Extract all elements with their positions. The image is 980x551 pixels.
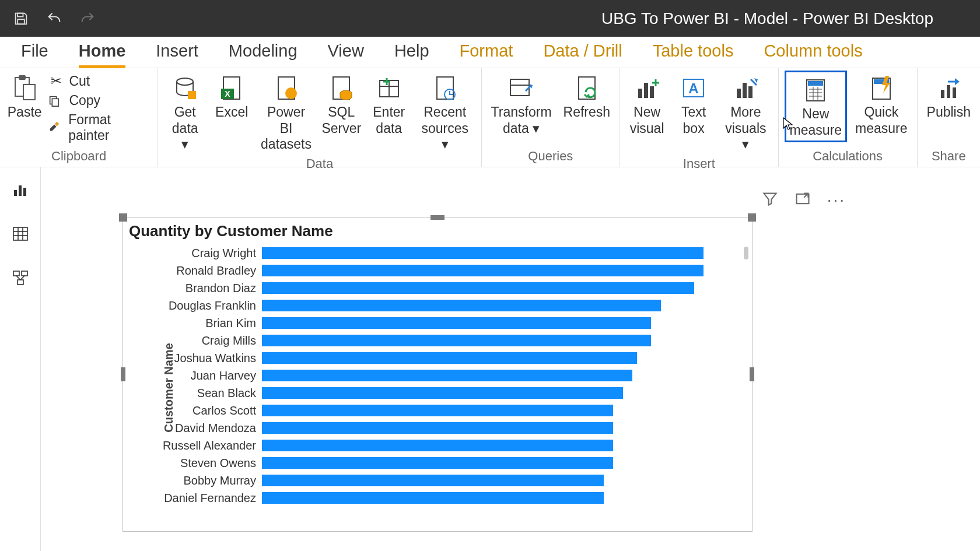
- recent-sources-button[interactable]: Recent sources ▾: [415, 71, 475, 155]
- resize-handle[interactable]: [430, 215, 444, 220]
- more-options-icon[interactable]: ···: [827, 191, 846, 209]
- publish-button[interactable]: Publish: [923, 71, 974, 123]
- tab-table-tools[interactable]: Table tools: [638, 36, 749, 68]
- svg-rect-4: [23, 85, 35, 100]
- svg-line-62: [16, 276, 20, 280]
- group-calculations: New measure Quick measure Calculations: [779, 68, 918, 167]
- tab-help[interactable]: Help: [379, 36, 444, 68]
- focus-mode-icon[interactable]: [794, 191, 811, 209]
- transform-data-button[interactable]: Transform data ▾: [488, 71, 555, 139]
- scissors-icon: ✂: [48, 73, 64, 89]
- tab-modeling[interactable]: Modeling: [214, 36, 313, 68]
- bar[interactable]: [262, 265, 704, 276]
- bar[interactable]: [262, 475, 604, 486]
- quick-measure-button[interactable]: Quick measure: [852, 71, 911, 139]
- visual-title: Quantity by Customer Name: [123, 217, 752, 244]
- copy-button[interactable]: Copy: [48, 93, 152, 108]
- svg-rect-47: [941, 90, 944, 98]
- cut-label: Cut: [69, 73, 90, 89]
- chart-row: Brandon Diaz: [148, 279, 737, 297]
- svg-rect-53: [23, 188, 26, 196]
- tab-home[interactable]: Home: [64, 36, 141, 68]
- bar[interactable]: [262, 317, 651, 329]
- bar[interactable]: [262, 370, 632, 381]
- bar[interactable]: [262, 405, 613, 416]
- tab-data-drill[interactable]: Data / Drill: [528, 36, 637, 68]
- category-label: Craig Mills: [148, 334, 262, 348]
- chart-row: Brian Kim: [148, 314, 737, 332]
- resize-handle[interactable]: [748, 213, 756, 222]
- category-label: Ronald Bradley: [148, 264, 262, 278]
- data-view-button[interactable]: [10, 223, 31, 244]
- resize-handle[interactable]: [750, 367, 754, 381]
- get-data-button[interactable]: Get data ▾: [164, 71, 206, 155]
- bar[interactable]: [262, 440, 613, 451]
- svg-point-14: [285, 87, 297, 99]
- bar[interactable]: [262, 457, 613, 469]
- pbi-datasets-label: Power BI datasets: [261, 104, 312, 153]
- bar[interactable]: [262, 282, 694, 294]
- enter-data-button[interactable]: Enter data: [368, 71, 410, 139]
- category-label: Brandon Diaz: [148, 282, 262, 295]
- paste-button[interactable]: Paste: [6, 71, 43, 123]
- sql-server-button[interactable]: SQL Server: [320, 71, 363, 139]
- more-visuals-label: More visuals: [725, 104, 766, 136]
- visual-container[interactable]: Quantity by Customer Name Customer Name …: [123, 217, 752, 532]
- svg-rect-51: [14, 190, 17, 196]
- bar[interactable]: [262, 247, 704, 259]
- cut-button[interactable]: ✂ Cut: [48, 73, 152, 89]
- resize-handle[interactable]: [119, 213, 127, 222]
- redo-icon[interactable]: [78, 9, 97, 28]
- chart-row: Ronald Bradley: [148, 262, 737, 279]
- category-label: Juan Harvey: [148, 369, 262, 382]
- refresh-button[interactable]: Refresh: [560, 71, 614, 123]
- bar[interactable]: [262, 300, 661, 311]
- excel-button[interactable]: X Excel: [211, 71, 253, 123]
- bar[interactable]: [262, 335, 651, 346]
- chart-row: Daniel Fernandez: [148, 489, 737, 507]
- tab-column-tools[interactable]: Column tools: [748, 36, 877, 68]
- bar[interactable]: [262, 422, 613, 434]
- category-label: Craig Wright: [148, 247, 262, 260]
- new-visual-label: New visual: [630, 104, 664, 136]
- bar[interactable]: [262, 352, 637, 364]
- svg-rect-7: [55, 122, 60, 127]
- view-rail: [0, 167, 41, 551]
- text-box-button[interactable]: A Text box: [673, 71, 715, 139]
- text-box-label: Text box: [681, 104, 706, 136]
- svg-rect-36: [743, 83, 747, 98]
- publish-label: Publish: [927, 104, 971, 121]
- chart-row: Juan Harvey: [148, 367, 737, 384]
- svg-rect-60: [22, 271, 27, 276]
- chevron-down-icon: ▾: [742, 136, 749, 152]
- save-icon[interactable]: [12, 9, 30, 28]
- filter-icon[interactable]: [762, 191, 778, 209]
- tab-insert[interactable]: Insert: [141, 36, 214, 68]
- bar-chart: Craig WrightRonald BradleyBrandon DiazDo…: [148, 244, 737, 531]
- undo-icon[interactable]: [45, 9, 64, 28]
- report-canvas[interactable]: ··· Quantity by Customer Name Customer N…: [41, 167, 980, 551]
- bar[interactable]: [262, 387, 623, 399]
- chart-row: Carlos Scott: [148, 402, 737, 419]
- tab-file[interactable]: File: [6, 36, 64, 68]
- pbi-datasets-button[interactable]: Power BI datasets: [257, 71, 315, 155]
- category-label: Daniel Fernandez: [148, 492, 262, 505]
- chart-row: Bobby Murray: [148, 472, 737, 489]
- svg-rect-48: [947, 85, 950, 98]
- new-measure-button[interactable]: New measure: [785, 71, 847, 142]
- model-view-button[interactable]: [10, 268, 31, 289]
- report-view-button[interactable]: [10, 179, 31, 200]
- tab-view[interactable]: View: [313, 36, 379, 68]
- new-visual-button[interactable]: New visual: [626, 71, 668, 139]
- refresh-label: Refresh: [564, 104, 611, 121]
- bar[interactable]: [262, 492, 604, 504]
- more-visuals-button[interactable]: More visuals ▾: [719, 71, 772, 155]
- resize-handle[interactable]: [121, 367, 125, 381]
- tab-format[interactable]: Format: [444, 36, 528, 68]
- format-painter-button[interactable]: Format painter: [48, 112, 152, 143]
- paintbrush-icon: [48, 121, 64, 134]
- chevron-down-icon: ▾: [181, 136, 188, 152]
- scrollbar-thumb[interactable]: [744, 247, 748, 259]
- chevron-down-icon: ▾: [442, 136, 449, 152]
- get-data-label: Get data: [172, 104, 198, 136]
